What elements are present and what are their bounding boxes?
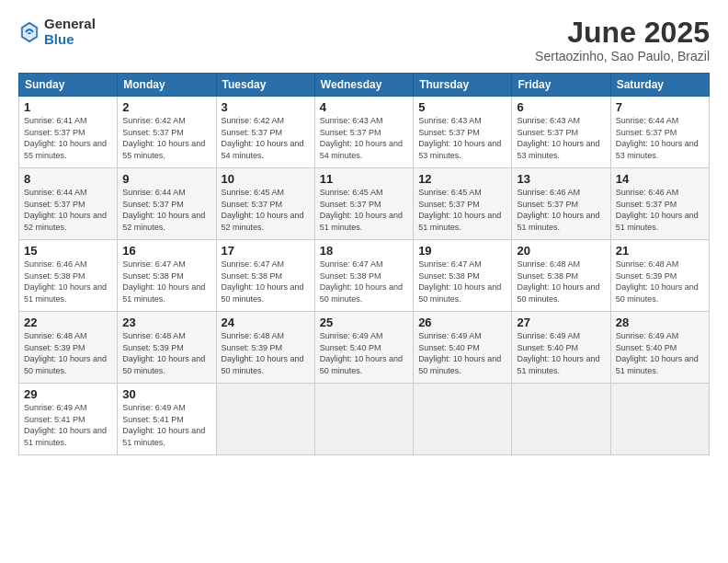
logo-blue-text: Blue: [44, 31, 74, 47]
calendar-week-row: 8Sunrise: 6:44 AMSunset: 5:37 PMDaylight…: [19, 168, 710, 240]
day-number: 11: [320, 172, 408, 186]
day-info: Sunrise: 6:48 AMSunset: 5:39 PMDaylight:…: [122, 330, 210, 376]
calendar-cell: 28Sunrise: 6:49 AMSunset: 5:40 PMDayligh…: [610, 312, 709, 384]
day-number: 19: [418, 244, 506, 258]
calendar-week-row: 29Sunrise: 6:49 AMSunset: 5:41 PMDayligh…: [19, 384, 710, 455]
day-number: 12: [418, 172, 506, 186]
calendar-cell: 22Sunrise: 6:48 AMSunset: 5:39 PMDayligh…: [19, 312, 118, 384]
calendar-cell: 13Sunrise: 6:46 AMSunset: 5:37 PMDayligh…: [512, 168, 610, 240]
calendar-cell: 30Sunrise: 6:49 AMSunset: 5:41 PMDayligh…: [118, 384, 216, 455]
day-info: Sunrise: 6:43 AMSunset: 5:37 PMDaylight:…: [517, 115, 605, 161]
calendar-cell: 3Sunrise: 6:42 AMSunset: 5:37 PMDaylight…: [216, 97, 314, 168]
day-number: 18: [320, 244, 408, 258]
day-number: 2: [122, 100, 210, 114]
logo-general-text: General: [44, 16, 96, 31]
calendar-cell: 4Sunrise: 6:43 AMSunset: 5:37 PMDaylight…: [314, 97, 413, 168]
day-number: 5: [418, 100, 506, 114]
calendar-cell: 16Sunrise: 6:47 AMSunset: 5:38 PMDayligh…: [118, 240, 216, 312]
calendar-cell: 8Sunrise: 6:44 AMSunset: 5:37 PMDaylight…: [19, 168, 118, 240]
day-info: Sunrise: 6:48 AMSunset: 5:39 PMDaylight:…: [24, 330, 112, 376]
day-number: 15: [24, 244, 112, 258]
day-info: Sunrise: 6:49 AMSunset: 5:41 PMDaylight:…: [24, 402, 112, 448]
location-title: Sertaozinho, Sao Paulo, Brazil: [535, 49, 710, 63]
header-tuesday: Tuesday: [216, 74, 314, 97]
calendar-cell: [414, 384, 512, 455]
day-info: Sunrise: 6:45 AMSunset: 5:37 PMDaylight:…: [222, 187, 310, 233]
calendar-cell: 20Sunrise: 6:48 AMSunset: 5:38 PMDayligh…: [512, 240, 610, 312]
day-number: 30: [122, 387, 210, 401]
calendar-cell: 1Sunrise: 6:41 AMSunset: 5:37 PMDaylight…: [19, 97, 118, 168]
day-info: Sunrise: 6:49 AMSunset: 5:40 PMDaylight:…: [320, 330, 408, 376]
day-number: 6: [517, 100, 605, 114]
day-number: 7: [616, 100, 704, 114]
day-number: 13: [517, 172, 605, 186]
day-number: 20: [517, 244, 605, 258]
day-info: Sunrise: 6:47 AMSunset: 5:38 PMDaylight:…: [222, 259, 310, 304]
calendar-cell: 25Sunrise: 6:49 AMSunset: 5:40 PMDayligh…: [314, 312, 413, 384]
day-number: 3: [222, 100, 310, 114]
calendar-week-row: 15Sunrise: 6:46 AMSunset: 5:38 PMDayligh…: [19, 240, 710, 312]
calendar-week-row: 22Sunrise: 6:48 AMSunset: 5:39 PMDayligh…: [19, 312, 710, 384]
calendar-cell: 10Sunrise: 6:45 AMSunset: 5:37 PMDayligh…: [216, 168, 314, 240]
title-area: June 2025 Sertaozinho, Sao Paulo, Brazil: [535, 17, 710, 63]
day-info: Sunrise: 6:44 AMSunset: 5:37 PMDaylight:…: [616, 115, 704, 161]
calendar-cell: 9Sunrise: 6:44 AMSunset: 5:37 PMDaylight…: [118, 168, 216, 240]
calendar-table: Sunday Monday Tuesday Wednesday Thursday…: [18, 73, 710, 455]
calendar-cell: 19Sunrise: 6:47 AMSunset: 5:38 PMDayligh…: [414, 240, 512, 312]
logo-text: General Blue: [44, 17, 96, 47]
day-info: Sunrise: 6:47 AMSunset: 5:38 PMDaylight:…: [320, 259, 408, 304]
day-number: 22: [24, 316, 112, 329]
day-number: 25: [320, 316, 408, 329]
calendar-cell: 21Sunrise: 6:48 AMSunset: 5:39 PMDayligh…: [610, 240, 709, 312]
day-number: 23: [122, 316, 210, 329]
day-number: 4: [320, 100, 408, 114]
day-number: 8: [24, 172, 112, 186]
day-info: Sunrise: 6:47 AMSunset: 5:38 PMDaylight:…: [122, 259, 210, 304]
day-number: 26: [418, 316, 506, 329]
header-saturday: Saturday: [610, 74, 709, 97]
calendar-cell: 23Sunrise: 6:48 AMSunset: 5:39 PMDayligh…: [118, 312, 216, 384]
calendar-page: General Blue June 2025 Sertaozinho, Sao …: [0, 0, 728, 563]
month-title: June 2025: [535, 17, 710, 49]
day-info: Sunrise: 6:44 AMSunset: 5:37 PMDaylight:…: [122, 187, 210, 233]
day-info: Sunrise: 6:48 AMSunset: 5:38 PMDaylight:…: [517, 259, 605, 304]
calendar-cell: 6Sunrise: 6:43 AMSunset: 5:37 PMDaylight…: [512, 97, 610, 168]
day-number: 21: [616, 244, 704, 258]
calendar-week-row: 1Sunrise: 6:41 AMSunset: 5:37 PMDaylight…: [19, 97, 710, 168]
day-number: 29: [24, 387, 112, 401]
calendar-cell: 15Sunrise: 6:46 AMSunset: 5:38 PMDayligh…: [19, 240, 118, 312]
calendar-cell: [512, 384, 610, 455]
header: General Blue June 2025 Sertaozinho, Sao …: [18, 17, 710, 63]
day-number: 9: [122, 172, 210, 186]
calendar-cell: 29Sunrise: 6:49 AMSunset: 5:41 PMDayligh…: [19, 384, 118, 455]
day-info: Sunrise: 6:48 AMSunset: 5:39 PMDaylight:…: [616, 259, 704, 304]
day-info: Sunrise: 6:42 AMSunset: 5:37 PMDaylight:…: [122, 115, 210, 161]
day-info: Sunrise: 6:44 AMSunset: 5:37 PMDaylight:…: [24, 187, 112, 233]
day-info: Sunrise: 6:46 AMSunset: 5:37 PMDaylight:…: [616, 187, 704, 233]
day-info: Sunrise: 6:45 AMSunset: 5:37 PMDaylight:…: [418, 187, 506, 233]
day-info: Sunrise: 6:45 AMSunset: 5:37 PMDaylight:…: [320, 187, 408, 233]
day-info: Sunrise: 6:42 AMSunset: 5:37 PMDaylight:…: [222, 115, 310, 161]
header-thursday: Thursday: [414, 74, 512, 97]
header-friday: Friday: [512, 74, 610, 97]
calendar-cell: 24Sunrise: 6:48 AMSunset: 5:39 PMDayligh…: [216, 312, 314, 384]
calendar-cell: 18Sunrise: 6:47 AMSunset: 5:38 PMDayligh…: [314, 240, 413, 312]
calendar-cell: 14Sunrise: 6:46 AMSunset: 5:37 PMDayligh…: [610, 168, 709, 240]
day-info: Sunrise: 6:49 AMSunset: 5:40 PMDaylight:…: [418, 330, 506, 376]
logo-icon: [18, 19, 40, 45]
day-number: 16: [122, 244, 210, 258]
day-info: Sunrise: 6:43 AMSunset: 5:37 PMDaylight:…: [418, 115, 506, 161]
day-info: Sunrise: 6:48 AMSunset: 5:39 PMDaylight:…: [222, 330, 310, 376]
day-number: 10: [222, 172, 310, 186]
weekday-header-row: Sunday Monday Tuesday Wednesday Thursday…: [19, 74, 710, 97]
calendar-cell: 26Sunrise: 6:49 AMSunset: 5:40 PMDayligh…: [414, 312, 512, 384]
day-info: Sunrise: 6:46 AMSunset: 5:37 PMDaylight:…: [517, 187, 605, 233]
day-info: Sunrise: 6:41 AMSunset: 5:37 PMDaylight:…: [24, 115, 112, 161]
day-info: Sunrise: 6:49 AMSunset: 5:40 PMDaylight:…: [517, 330, 605, 376]
calendar-cell: 5Sunrise: 6:43 AMSunset: 5:37 PMDaylight…: [414, 97, 512, 168]
day-info: Sunrise: 6:49 AMSunset: 5:40 PMDaylight:…: [616, 330, 704, 376]
header-monday: Monday: [118, 74, 216, 97]
day-number: 1: [24, 100, 112, 114]
day-info: Sunrise: 6:47 AMSunset: 5:38 PMDaylight:…: [418, 259, 506, 304]
header-sunday: Sunday: [19, 74, 118, 97]
